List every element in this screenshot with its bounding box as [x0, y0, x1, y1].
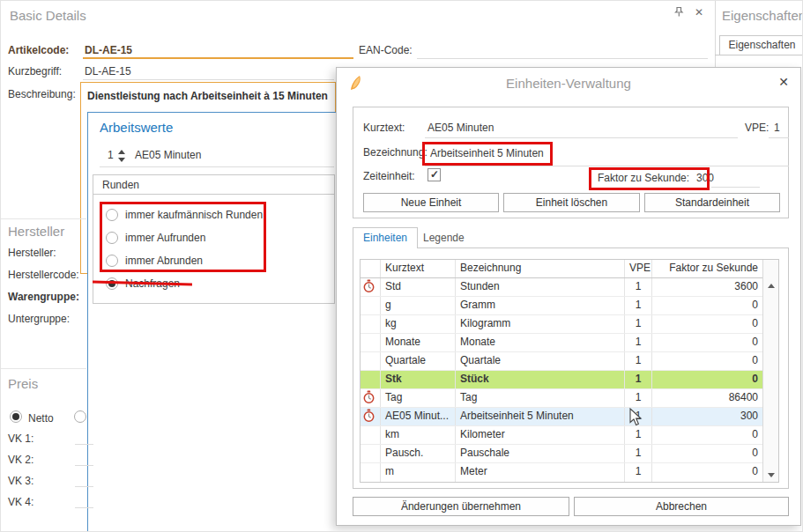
radio-option[interactable]: immer Aufrunden: [106, 226, 334, 249]
radio-option[interactable]: immer Abrunden: [106, 249, 334, 272]
table-row[interactable]: kgKilogramm10: [361, 315, 762, 334]
cell-bezeichnung[interactable]: Pauschale: [456, 445, 625, 462]
einheit-loeschen-button[interactable]: Einheit löschen: [503, 193, 640, 212]
cell-kurztext[interactable]: Tag: [381, 389, 456, 407]
cell-kurztext[interactable]: Std: [381, 278, 456, 296]
cell-faktor[interactable]: 0: [652, 315, 762, 333]
artikelcode-value[interactable]: DL-AE-15: [85, 44, 132, 56]
cell-bezeichnung[interactable]: Stunden: [456, 278, 625, 296]
tab-legende[interactable]: Legende: [423, 232, 465, 244]
radio-button-icon[interactable]: [106, 209, 118, 221]
cell-vpe[interactable]: 1: [625, 371, 652, 388]
column-header[interactable]: [361, 260, 381, 277]
radio-option[interactable]: immer kaufmännisch Runden: [106, 203, 334, 226]
cell-kurztext[interactable]: Quartale: [381, 352, 456, 370]
cell-kurztext[interactable]: m: [381, 463, 456, 482]
pin-icon[interactable]: [673, 6, 685, 20]
table-row[interactable]: mMeter10: [361, 463, 762, 482]
cell-faktor[interactable]: 3600: [652, 278, 762, 296]
neue-einheit-button[interactable]: Neue Einheit: [363, 193, 499, 212]
quantity-value[interactable]: 1: [108, 149, 114, 161]
table-row[interactable]: TagTag186400: [361, 389, 762, 408]
cell-kurztext[interactable]: Pausch.: [381, 445, 456, 462]
kurzbegriff-value[interactable]: DL-AE-15: [85, 65, 131, 78]
column-header[interactable]: Faktor zu Sekunde: [652, 260, 762, 277]
cell-faktor[interactable]: 0: [652, 297, 762, 314]
cell-kurztext[interactable]: g: [381, 297, 456, 314]
aenderungen-uebernehmen-button[interactable]: Änderungen übernehmen: [353, 497, 569, 516]
cell-faktor[interactable]: 0: [652, 352, 762, 370]
cell-faktor[interactable]: 86400: [652, 389, 762, 407]
vpe-value[interactable]: 1: [774, 122, 780, 134]
cell-bezeichnung[interactable]: Monate: [456, 334, 625, 351]
column-header[interactable]: VPE: [625, 260, 652, 277]
field-underline[interactable]: [75, 486, 93, 487]
quantity-stepper[interactable]: [118, 150, 126, 162]
cell-vpe[interactable]: 1: [625, 297, 652, 314]
cell-vpe[interactable]: 1: [625, 445, 652, 462]
cell-kurztext[interactable]: AE05 Minut...: [381, 408, 456, 425]
cell-kurztext[interactable]: km: [381, 426, 456, 444]
abbrechen-button[interactable]: Abbrechen: [574, 497, 789, 516]
tab-eigenschaften[interactable]: Eigenschaften: [719, 35, 803, 55]
scroll-down-icon[interactable]: [768, 473, 775, 477]
runden-radio-group: immer kaufmännisch Rundenimmer Aufrunden…: [93, 195, 334, 295]
cell-bezeichnung[interactable]: Quartale: [456, 352, 625, 370]
bezeichnung-value[interactable]: Arbeitseinheit 5 Minuten: [430, 147, 544, 159]
radio-button-icon[interactable]: [106, 232, 118, 244]
cell-faktor[interactable]: 0: [652, 463, 762, 482]
ean-code-underline[interactable]: [417, 58, 708, 59]
cell-vpe[interactable]: 1: [625, 278, 652, 296]
cell-bezeichnung[interactable]: Stück: [456, 371, 625, 388]
field-underline[interactable]: [75, 465, 93, 466]
kurztext-value[interactable]: AE05 Minuten: [428, 122, 494, 134]
cell-faktor[interactable]: 0: [652, 445, 762, 462]
dialog-close-icon[interactable]: [774, 75, 793, 92]
field-underline[interactable]: [75, 507, 93, 508]
cell-bezeichnung[interactable]: Meter: [456, 463, 625, 482]
table-scrollbar[interactable]: [762, 260, 778, 482]
cell-kurztext[interactable]: Stk: [381, 371, 456, 388]
cell-bezeichnung[interactable]: Tag: [456, 389, 625, 407]
cell-faktor[interactable]: 0: [652, 371, 762, 388]
stepper-down-icon[interactable]: [118, 158, 125, 162]
cell-bezeichnung[interactable]: Kilometer: [456, 426, 625, 444]
netto-radio[interactable]: [10, 410, 22, 423]
table-row[interactable]: MonateMonate10: [361, 334, 762, 352]
standardeinheit-button[interactable]: Standardeinheit: [644, 193, 780, 212]
table-row[interactable]: QuartaleQuartale10: [361, 352, 762, 371]
field-underline[interactable]: [75, 444, 93, 445]
cell-bezeichnung[interactable]: Kilogramm: [456, 315, 625, 333]
cell-vpe[interactable]: 1: [625, 334, 652, 351]
radio-button-icon[interactable]: [106, 255, 118, 267]
cell-faktor[interactable]: 0: [652, 426, 762, 444]
table-row[interactable]: StkStück10: [361, 371, 762, 389]
column-header[interactable]: Bezeichnung: [456, 260, 625, 277]
column-header[interactable]: Kurztext: [381, 260, 456, 277]
tab-einheiten[interactable]: Einheiten: [353, 227, 418, 248]
stepper-up-icon[interactable]: [118, 150, 125, 154]
table-row[interactable]: Pausch.Pauschale10: [361, 445, 762, 463]
cell-faktor[interactable]: 300: [652, 408, 762, 425]
cell-bezeichnung[interactable]: Arbeitseinheit 5 Minuten: [456, 408, 625, 425]
table-row[interactable]: kmKilometer10: [361, 426, 762, 445]
table-row[interactable]: gGramm10: [361, 297, 762, 315]
runden-header[interactable]: Runden: [93, 175, 334, 195]
unit-value[interactable]: AE05 Minuten: [135, 149, 201, 161]
table-row[interactable]: StdStunden13600: [361, 278, 762, 297]
cell-kurztext[interactable]: kg: [381, 315, 456, 333]
cell-vpe[interactable]: 1: [625, 389, 652, 407]
cell-kurztext[interactable]: Monate: [381, 334, 456, 351]
close-icon[interactable]: [691, 6, 707, 22]
cell-vpe[interactable]: 1: [625, 352, 652, 370]
brutto-radio[interactable]: [74, 410, 86, 423]
cell-vpe[interactable]: 1: [625, 315, 652, 333]
cell-vpe[interactable]: 1: [625, 463, 652, 482]
scroll-up-icon[interactable]: [768, 284, 775, 288]
faktor-value[interactable]: 300: [696, 172, 714, 184]
cell-faktor[interactable]: 0: [652, 334, 762, 351]
zeiteinheit-checkbox[interactable]: [428, 168, 441, 181]
stopwatch-icon: [362, 284, 375, 296]
cell-bezeichnung[interactable]: Gramm: [456, 297, 625, 314]
table-row[interactable]: AE05 Minut...Arbeitseinheit 5 Minuten130…: [361, 408, 762, 426]
